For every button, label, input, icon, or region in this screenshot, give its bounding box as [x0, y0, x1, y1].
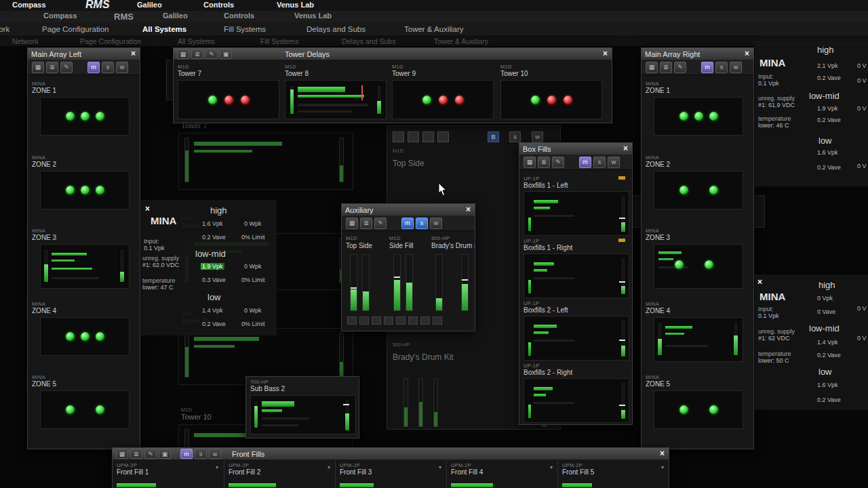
- grid-icon[interactable]: ▦: [346, 218, 358, 229]
- titlebar[interactable]: Main Array Left ×: [28, 48, 140, 60]
- edit-icon[interactable]: ✎: [552, 157, 564, 168]
- menu-item-controls[interactable]: Controls: [203, 1, 234, 9]
- tower-cell[interactable]: M1D Tower 7: [175, 62, 281, 122]
- zone-row[interactable]: MINA ZONE 2: [32, 155, 136, 222]
- list-icon[interactable]: ≣: [130, 449, 142, 459]
- titlebar[interactable]: ▦ ≣ ✎ ▣ Tower Delays ×: [174, 48, 612, 60]
- close-icon[interactable]: ×: [657, 449, 667, 459]
- zone-row[interactable]: MINA ZONE 1: [646, 81, 749, 148]
- titlebar[interactable]: Main Array Right ×: [642, 48, 753, 60]
- chevron-down-icon[interactable]: ▾: [328, 464, 330, 470]
- close-icon[interactable]: ×: [600, 49, 610, 59]
- edit-icon[interactable]: ✎: [374, 218, 387, 229]
- chevron-down-icon[interactable]: ▾: [550, 464, 553, 470]
- list-icon[interactable]: ≣: [538, 157, 550, 168]
- edit-icon[interactable]: ✎: [674, 62, 686, 73]
- solo-button[interactable]: s: [195, 449, 207, 459]
- close-icon[interactable]: ×: [128, 49, 138, 59]
- front-fill-column[interactable]: UPM-2P Front Fill 4 ▾: [446, 460, 558, 488]
- wink-button[interactable]: w: [116, 62, 128, 73]
- panel-box-fills: Box Fills × ▦ ≣ ✎ m s w UP-1P Boxfills 1…: [519, 142, 633, 425]
- mute-button[interactable]: m: [701, 62, 713, 73]
- grid-icon[interactable]: ▦: [32, 62, 44, 73]
- channel-button[interactable]: [359, 317, 369, 325]
- tab-network-clipped[interactable]: Network: [0, 25, 9, 33]
- channel-button[interactable]: [433, 317, 442, 325]
- tab-fill-systems[interactable]: Fill Systems: [224, 25, 266, 33]
- channel-button[interactable]: [384, 317, 393, 325]
- channel-button[interactable]: [347, 317, 357, 325]
- tab-delays-and-subs[interactable]: Delays and Subs: [307, 25, 366, 33]
- list-icon[interactable]: ≣: [660, 62, 672, 73]
- close-icon[interactable]: ×: [145, 204, 150, 214]
- channel-button[interactable]: [408, 317, 418, 325]
- zone-row[interactable]: MINA ZONE 5: [32, 374, 136, 442]
- zone-row[interactable]: MINA ZONE 5: [646, 374, 749, 442]
- wink-button[interactable]: w: [608, 157, 620, 168]
- boxfill-section[interactable]: UP-1P Boxfills 2 - Right: [522, 363, 629, 424]
- front-fill-column[interactable]: UPM-2P Front Fill 5 ▾: [557, 460, 669, 488]
- link-icon[interactable]: ▣: [159, 449, 171, 459]
- zone-row[interactable]: MINA ZONE 2: [646, 155, 749, 222]
- edit-icon[interactable]: ✎: [144, 449, 157, 459]
- solo-button[interactable]: s: [593, 157, 606, 168]
- mute-button[interactable]: m: [579, 157, 591, 168]
- chevron-down-icon[interactable]: ▾: [216, 464, 218, 470]
- chevron-down-icon[interactable]: ▾: [661, 464, 664, 470]
- channel-button[interactable]: [396, 317, 406, 325]
- list-icon[interactable]: ≣: [360, 218, 372, 229]
- wink-button[interactable]: w: [209, 449, 221, 459]
- wink-button[interactable]: w: [430, 218, 442, 229]
- chevron-down-icon[interactable]: ▾: [439, 464, 441, 470]
- tab-all-systems[interactable]: All Systems: [142, 25, 186, 33]
- titlebar[interactable]: ▦ ≣ ✎ ▣ m s w Front Fills ×: [113, 448, 669, 460]
- tower-cell[interactable]: M1D Tower 8: [282, 62, 388, 122]
- front-fill-column[interactable]: UPM-2P Front Fill 3 ▾: [335, 460, 447, 488]
- mute-button[interactable]: m: [180, 449, 193, 459]
- tab-tower-auxiliary[interactable]: Tower & Auxiliary: [404, 25, 464, 33]
- front-fill-column[interactable]: UPM-2P Front Fill 2 ▾: [224, 460, 336, 488]
- close-icon[interactable]: ×: [620, 144, 631, 154]
- channel-button[interactable]: [420, 317, 430, 325]
- tower-cell[interactable]: M1D Tower 9: [389, 62, 495, 122]
- wink-button[interactable]: w: [730, 62, 742, 73]
- edit-icon[interactable]: ✎: [60, 62, 73, 73]
- edge-value: 0 V: [857, 105, 867, 112]
- zone-row[interactable]: MINA ZONE 4: [646, 301, 749, 369]
- boxfill-section[interactable]: UP-1P Boxfills 1 - Left: [522, 176, 629, 237]
- boxfill-section[interactable]: UP-1P Boxfills 1 - Right: [522, 238, 629, 299]
- zone-row[interactable]: MINA ZONE 3: [646, 228, 749, 296]
- grid-icon[interactable]: ▦: [646, 62, 658, 73]
- solo-button[interactable]: s: [416, 218, 428, 229]
- edit-icon[interactable]: ✎: [205, 49, 218, 59]
- close-icon[interactable]: ×: [742, 49, 752, 59]
- menu-item-venus-lab[interactable]: Venus Lab: [277, 1, 314, 9]
- grid-icon[interactable]: ▦: [524, 157, 536, 168]
- solo-button[interactable]: s: [715, 62, 728, 73]
- list-icon[interactable]: ≣: [191, 49, 203, 59]
- zone-row[interactable]: MINA ZONE 3: [32, 228, 136, 296]
- tab-page-configuration[interactable]: Page Configuration: [42, 25, 108, 33]
- menubar-ghost: Compass RMS Galileo Controls Venus Lab: [0, 11, 868, 22]
- grid-icon[interactable]: ▦: [177, 49, 189, 59]
- front-fill-column[interactable]: UPM-2P Front Fill 1 ▾: [113, 460, 224, 488]
- zone-row[interactable]: MINA ZONE 4: [32, 301, 136, 369]
- boxfill-section[interactable]: UP-1P Boxfills 2 - Left: [522, 300, 629, 361]
- titlebar[interactable]: Box Fills ×: [519, 143, 632, 155]
- grid-icon[interactable]: ▦: [116, 449, 128, 459]
- titlebar[interactable]: Auxiliary ×: [342, 204, 475, 216]
- close-icon[interactable]: ×: [463, 205, 473, 215]
- solo-button[interactable]: s: [102, 62, 114, 73]
- list-icon[interactable]: ≣: [46, 62, 58, 73]
- menu-item-rms[interactable]: RMS: [85, 0, 110, 11]
- zone-row[interactable]: MINA ZONE 1: [32, 81, 136, 148]
- mute-button[interactable]: m: [87, 62, 100, 73]
- close-icon[interactable]: ×: [757, 277, 762, 287]
- mute-button[interactable]: m: [401, 218, 414, 229]
- menu-item-galileo[interactable]: Galileo: [137, 1, 162, 9]
- channel-button[interactable]: [372, 317, 381, 325]
- menu-item-compass[interactable]: Compass: [12, 1, 46, 9]
- peak-tick: [619, 340, 625, 341]
- tower-cell[interactable]: M1D Tower 10: [498, 62, 604, 122]
- link-icon[interactable]: ▣: [220, 49, 232, 59]
